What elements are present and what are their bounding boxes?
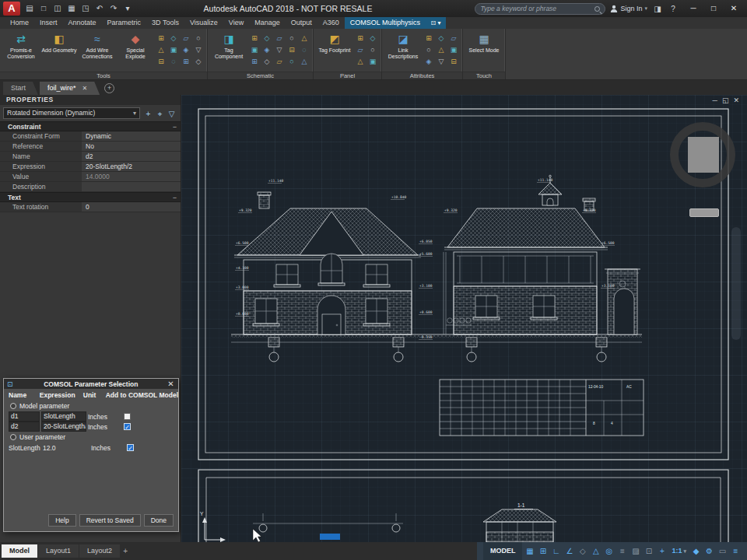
ribbon-small-tool-icon[interactable]: ▱ <box>355 44 366 56</box>
ribbon-small-tool-icon[interactable]: ◇ <box>168 33 179 44</box>
new-drawing-icon[interactable]: □ <box>37 2 50 15</box>
ribbon-small-tool-icon[interactable]: ▣ <box>367 56 378 68</box>
done-button[interactable]: Done <box>144 514 174 527</box>
param-checkbox[interactable]: ✓ <box>124 423 131 430</box>
ribbon-button-promis-e-conversion[interactable]: ⇄Promis-e Conversion <box>3 30 39 60</box>
ribbon-button-add-geometry[interactable]: ◧Add Geometry <box>41 30 77 54</box>
ribbon-button-add-wire-connections[interactable]: ≈Add Wire Connections <box>79 30 115 60</box>
ribbon-small-tool-icon[interactable]: ▱ <box>448 33 459 44</box>
redo-icon[interactable]: ↷ <box>107 2 120 15</box>
ribbon-tab-manage[interactable]: Manage <box>249 17 286 29</box>
drawing-restore-icon[interactable]: ◱ <box>722 96 729 104</box>
file-tab-foil-wire[interactable]: foil_wire*✕ <box>40 82 100 95</box>
maximize-button[interactable]: □ <box>703 1 724 16</box>
ribbon-small-tool-icon[interactable]: ○ <box>367 44 378 56</box>
selected-dimension-highlight[interactable] <box>320 534 340 540</box>
snap-mode-icon[interactable]: ⊞ <box>536 542 549 560</box>
model-parameter-radio[interactable]: Model parameter <box>4 401 178 411</box>
ribbon-small-tool-icon[interactable]: △ <box>355 56 366 68</box>
ribbon-small-tool-icon[interactable]: ○ <box>286 56 297 68</box>
workspace-switching-icon[interactable]: ⚙ <box>703 542 716 560</box>
property-value[interactable] <box>82 182 181 191</box>
object-snap-tracking-icon[interactable]: △ <box>589 542 602 560</box>
ribbon-panel-label[interactable]: Touch <box>463 72 505 79</box>
ribbon-small-tool-icon[interactable]: ◈ <box>423 56 434 68</box>
ribbon-small-tool-icon[interactable]: △ <box>299 33 310 44</box>
ribbon-small-tool-icon[interactable]: ▽ <box>436 56 447 68</box>
ribbon-small-tool-icon[interactable]: ◇ <box>436 33 447 44</box>
ribbon-small-tool-icon[interactable]: ▽ <box>193 44 204 56</box>
ribbon-panel-label[interactable]: Panel <box>314 72 381 79</box>
ribbon-tab-a360[interactable]: A360 <box>317 17 345 29</box>
drawing-canvas[interactable]: ─ ◱ ✕ <box>181 95 747 542</box>
plot-icon[interactable]: ◳ <box>79 2 92 15</box>
property-value[interactable]: Dynamic <box>82 131 181 141</box>
navigation-bar[interactable] <box>731 227 741 340</box>
property-value[interactable]: 14.0000 <box>82 172 181 181</box>
dynamic-input-icon[interactable]: + <box>655 542 668 560</box>
ribbon-button-select-mode[interactable]: ▦Select Mode <box>466 30 502 54</box>
ribbon-small-tool-icon[interactable]: △ <box>156 44 167 56</box>
layout-tab-layout1[interactable]: Layout1 <box>38 544 79 558</box>
ribbon-small-tool-icon[interactable]: ⊟ <box>286 44 297 56</box>
help-icon[interactable]: ? <box>668 5 679 13</box>
close-tab-icon[interactable]: ✕ <box>82 85 88 92</box>
property-value[interactable]: No <box>82 142 181 151</box>
comsol-dialog-close-icon[interactable]: ✕ <box>167 380 175 388</box>
new-tab-button[interactable]: + <box>104 83 114 93</box>
ribbon-small-tool-icon[interactable]: ◈ <box>261 44 272 56</box>
ribbon-button-tag-component[interactable]: ◨Tag Component <box>211 30 247 60</box>
isometric-drafting-icon[interactable]: ◇ <box>576 542 589 560</box>
object-type-dropdown[interactable]: Rotated Dimension (Dynamic) ▾ <box>3 107 140 119</box>
revert-to-saved-button[interactable]: Revert to Saved <box>79 514 141 527</box>
annotation-scale-label[interactable]: 1:1▾ <box>668 542 689 560</box>
ribbon-small-tool-icon[interactable]: ⊞ <box>181 56 191 68</box>
ribbon-small-tool-icon[interactable]: ○ <box>423 44 434 56</box>
ribbon-tab-output[interactable]: Output <box>286 17 317 29</box>
quick-select-icon[interactable]: ▽ <box>166 107 177 119</box>
ribbon-small-tool-icon[interactable]: ◇ <box>367 33 378 44</box>
drawing-close-icon[interactable]: ✕ <box>733 96 739 104</box>
ribbon-tab-home[interactable]: Home <box>5 17 34 29</box>
ribbon-small-tool-icon[interactable]: ⊞ <box>249 56 260 68</box>
ribbon-tab-view[interactable]: View <box>223 17 249 29</box>
property-value[interactable]: d2 <box>82 152 181 161</box>
ribbon-small-tool-icon[interactable]: ○ <box>286 33 297 44</box>
ribbon-small-tool-icon[interactable]: ○ <box>193 33 204 44</box>
ribbon-button-tag-footprint[interactable]: ◩Tag Footprint <box>317 30 352 54</box>
help-button[interactable]: Help <box>48 514 75 527</box>
ribbon-small-tool-icon[interactable]: △ <box>436 44 447 56</box>
select-objects-icon[interactable]: ⌖ <box>154 107 166 119</box>
section-header-text[interactable]: Text− <box>0 192 181 202</box>
ribbon-small-tool-icon[interactable]: ⊞ <box>249 33 260 44</box>
ribbon-small-tool-icon[interactable]: ⊞ <box>423 33 434 44</box>
ribbon-small-tool-icon[interactable]: ⊞ <box>156 33 167 44</box>
ribbon-display-options[interactable]: ⊡ ▾ <box>426 17 446 29</box>
param-checkbox[interactable]: ✓ <box>127 444 134 451</box>
selection-cycling-icon[interactable]: ⊡ <box>642 542 655 560</box>
object-snap-icon[interactable]: ◎ <box>602 542 615 560</box>
ribbon-small-tool-icon[interactable]: ▱ <box>274 33 285 44</box>
ribbon-small-tool-icon[interactable]: ▱ <box>274 56 285 68</box>
ribbon-tab-insert[interactable]: Insert <box>34 17 63 29</box>
ribbon-small-tool-icon[interactable]: ⊞ <box>355 33 366 44</box>
user-parameter-radio[interactable]: User parameter <box>4 432 178 443</box>
search-icon[interactable] <box>594 6 600 12</box>
ribbon-small-tool-icon[interactable]: ⊟ <box>448 56 459 68</box>
ribbon-panel-label[interactable]: Tools <box>0 72 207 79</box>
ribbon-small-tool-icon[interactable]: ▱ <box>181 33 191 44</box>
autocad-logo-icon[interactable]: A <box>3 2 20 16</box>
ribbon-tab-annotate[interactable]: Annotate <box>63 17 102 29</box>
drawing-minimize-icon[interactable]: ─ <box>713 96 717 104</box>
ribbon-panel-label[interactable]: Attributes <box>382 72 462 79</box>
ribbon-tab-comsol-multiphysics[interactable]: COMSOL Multiphysics <box>345 17 426 29</box>
ribbon-small-tool-icon[interactable]: △ <box>299 56 310 68</box>
customization-icon[interactable]: ≡ <box>729 542 742 560</box>
ribbon-tab-3d-tools[interactable]: 3D Tools <box>146 17 184 29</box>
workspace-icon[interactable]: ▤ <box>23 2 36 15</box>
grid-display-icon[interactable]: ▦ <box>523 542 536 560</box>
ribbon-panel-label[interactable]: Schematic <box>208 72 313 79</box>
exchange-apps-icon[interactable]: ◨ <box>652 5 663 13</box>
signin-button[interactable]: Sign In ▾ <box>610 5 647 12</box>
ribbon-small-tool-icon[interactable]: ◌ <box>299 44 310 56</box>
